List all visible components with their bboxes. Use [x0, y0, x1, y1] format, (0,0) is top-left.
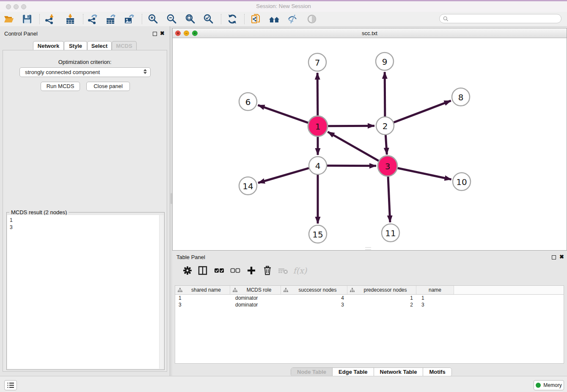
graph-edge[interactable]: [394, 101, 451, 122]
tree-icon: [284, 288, 288, 293]
save-session-icon[interactable]: [21, 13, 33, 25]
tab-network-table[interactable]: Network Table: [374, 368, 424, 376]
zoom-selected-icon[interactable]: [203, 13, 215, 25]
table-panel-title: Table Panel: [176, 254, 205, 260]
network-canvas[interactable]: 1234678910111415: [173, 38, 567, 250]
table-header-row: shared name MCDS role successor nodes pr…: [175, 286, 564, 295]
graph-node-label: 7: [315, 58, 320, 68]
tree-icon: [350, 288, 355, 293]
result-scrollbar[interactable]: [159, 215, 164, 369]
close-panel-icon[interactable]: ✖: [160, 31, 165, 36]
graph-node-label: 4: [315, 161, 321, 171]
cell-successor-nodes[interactable]: 4: [281, 295, 347, 301]
float-panel-icon[interactable]: [153, 32, 157, 36]
network-window-titlebar[interactable]: ✕ − + scc.txt: [173, 28, 567, 38]
graph-edge[interactable]: [388, 176, 390, 222]
graph-edge[interactable]: [397, 168, 451, 179]
mcds-result-list[interactable]: 1 3: [7, 215, 163, 369]
function-builder-icon[interactable]: f(x): [292, 265, 308, 276]
graph-edge[interactable]: [327, 166, 376, 166]
graph-edge[interactable]: [328, 132, 379, 161]
cell-predecessor-nodes[interactable]: 2: [347, 302, 416, 308]
cell-name[interactable]: 3: [416, 302, 454, 308]
export-network-icon[interactable]: [86, 13, 98, 25]
import-network-icon[interactable]: [44, 13, 55, 25]
main-toolbar: [0, 12, 567, 27]
graph-node-label: 8: [458, 92, 464, 102]
network-window: ✕ − + scc.txt 1234678910111415: [172, 28, 567, 251]
graph-node-label: 6: [245, 97, 251, 107]
close-panel-button[interactable]: Close panel: [86, 82, 130, 91]
hide-selected-icon[interactable]: [287, 13, 299, 25]
task-history-button[interactable]: [4, 380, 17, 390]
column-layout-icon[interactable]: [197, 265, 209, 276]
memory-status-icon: [536, 383, 541, 388]
first-neighbors-icon[interactable]: [269, 13, 281, 25]
result-item[interactable]: 3: [10, 224, 163, 231]
search-input[interactable]: [439, 14, 561, 23]
zoom-fit-icon[interactable]: [184, 13, 196, 25]
open-file-icon[interactable]: [3, 13, 15, 25]
cell-successor-nodes[interactable]: 3: [281, 302, 347, 308]
clone-network-icon[interactable]: [250, 13, 262, 25]
fx-label: f(x): [293, 266, 307, 275]
graph-edge[interactable]: [258, 105, 308, 123]
column-header-mcds-role[interactable]: MCDS role: [230, 286, 281, 294]
graph-node-label: 14: [242, 181, 253, 191]
column-header-predecessor-nodes[interactable]: predecessor nodes: [347, 286, 416, 294]
control-panel: Control Panel ✖ Network Style Select MCD…: [0, 26, 170, 376]
graph-edge[interactable]: [385, 135, 387, 155]
memory-label: Memory: [543, 382, 561, 388]
column-header-name[interactable]: name: [416, 286, 454, 294]
app-window: Session: New Session: [0, 0, 567, 392]
column-header-successor-nodes[interactable]: successor nodes: [281, 286, 347, 294]
mcds-result-title: MCDS result (2 nodes): [9, 209, 69, 215]
export-table-icon[interactable]: [105, 13, 117, 25]
deselect-all-rows-icon[interactable]: [229, 265, 241, 276]
delete-column-icon[interactable]: [261, 265, 273, 276]
select-all-rows-icon[interactable]: [213, 265, 225, 276]
close-table-panel-icon[interactable]: ✖: [559, 254, 564, 259]
zoom-in-icon[interactable]: [147, 13, 159, 25]
gear-icon[interactable]: [182, 265, 193, 276]
cell-name[interactable]: 1: [416, 295, 454, 301]
column-header-shared-name[interactable]: shared name: [175, 286, 230, 294]
cell-predecessor-nodes[interactable]: 1: [347, 295, 416, 301]
window-resize-grip[interactable]: [365, 247, 371, 250]
graph-edge[interactable]: [328, 126, 374, 126]
show-all-icon[interactable]: [306, 13, 318, 25]
graph-edge[interactable]: [317, 73, 318, 116]
tab-style[interactable]: Style: [64, 41, 87, 50]
tab-motifs[interactable]: Motifs: [423, 368, 451, 376]
import-table-icon[interactable]: [64, 13, 76, 25]
mcds-result-group: MCDS result (2 nodes) 1 3: [6, 212, 165, 370]
graph-node-label: 11: [385, 228, 396, 238]
tab-network[interactable]: Network: [33, 41, 64, 50]
tab-mcds[interactable]: MCDS: [112, 41, 137, 50]
graph-edge[interactable]: [385, 72, 385, 116]
export-image-icon[interactable]: [123, 13, 135, 25]
cell-mcds-role[interactable]: dominator: [230, 302, 281, 308]
tab-select[interactable]: Select: [87, 41, 112, 50]
refresh-icon[interactable]: [226, 13, 238, 25]
network-graph[interactable]: 1234678910111415: [173, 38, 567, 250]
optimization-select[interactable]: strongly connected component: [19, 67, 151, 77]
zoom-out-icon[interactable]: [166, 13, 178, 25]
cell-mcds-role[interactable]: dominator: [230, 295, 281, 301]
memory-button[interactable]: Memory: [534, 380, 564, 390]
tab-edge-table[interactable]: Edge Table: [333, 368, 374, 376]
destroy-table-icon[interactable]: [277, 265, 289, 276]
cell-shared-name[interactable]: 3: [175, 302, 230, 308]
node-table: shared name MCDS role successor nodes pr…: [175, 285, 564, 364]
cell-shared-name[interactable]: 1: [175, 295, 230, 301]
run-mcds-button[interactable]: Run MCDS: [41, 82, 80, 91]
table-panel: Table Panel ✖: [172, 251, 567, 376]
tab-node-table[interactable]: Node Table: [291, 368, 333, 376]
graph-node-label: 9: [382, 57, 388, 67]
table-row[interactable]: 1 dominator 4 1 1: [175, 295, 564, 301]
float-table-panel-icon[interactable]: [552, 255, 556, 259]
graph-edge[interactable]: [258, 168, 309, 183]
add-column-icon[interactable]: [245, 265, 257, 276]
table-row[interactable]: 3 dominator 3 2 3: [175, 301, 564, 308]
result-item[interactable]: 1: [10, 217, 163, 224]
